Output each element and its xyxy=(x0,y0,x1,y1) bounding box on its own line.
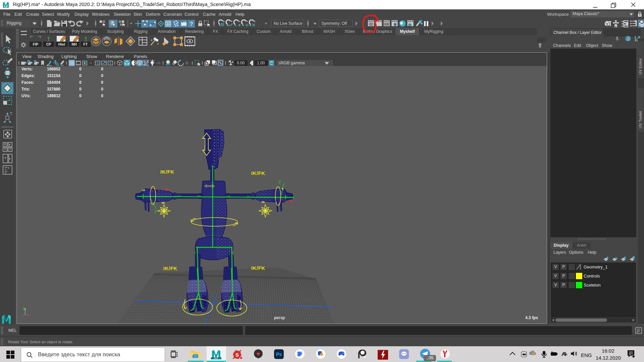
svg-text:T: T xyxy=(109,61,111,65)
svg-text:?: ? xyxy=(190,21,193,27)
svg-text:NH: NH xyxy=(71,42,76,46)
svg-text:MAYA: MAYA xyxy=(214,358,218,359)
svg-text:ON: ON xyxy=(270,62,273,64)
svg-text:FT: FT xyxy=(84,42,88,46)
svg-text:Ps: Ps xyxy=(276,352,282,357)
svg-text:S: S xyxy=(235,352,239,358)
svg-text:FIP: FIP xyxy=(33,42,38,46)
svg-text:CP: CP xyxy=(46,42,51,46)
svg-text:Hist: Hist xyxy=(58,42,65,46)
svg-text:x: x xyxy=(30,314,31,317)
svg-text:MAYA: MAYA xyxy=(4,7,8,8)
svg-text:IPR: IPR xyxy=(385,23,389,25)
